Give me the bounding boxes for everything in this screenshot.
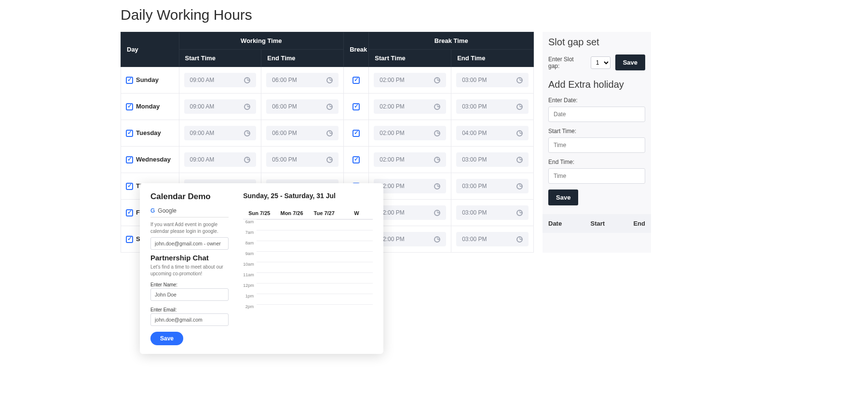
- work-end-input[interactable]: 06:00 PM: [266, 99, 339, 114]
- hour-line: [257, 230, 373, 230]
- break-checkbox[interactable]: [353, 103, 360, 110]
- clock-icon: [434, 236, 440, 243]
- time-value: 05:00 PM: [272, 156, 297, 163]
- hour-label: 7am: [243, 230, 257, 235]
- clock-icon: [434, 157, 440, 163]
- break-checkbox[interactable]: [353, 156, 360, 163]
- break-start-input[interactable]: 02:00 PM: [374, 179, 446, 193]
- time-value: 02:00 PM: [380, 77, 404, 83]
- holiday-end-label: End Time:: [548, 159, 645, 165]
- work-start-input[interactable]: 09:00 AM: [184, 99, 257, 114]
- break-end-input[interactable]: 03:00 PM: [456, 232, 529, 246]
- holiday-date-input[interactable]: [548, 107, 645, 122]
- break-end-input[interactable]: 03:00 PM: [456, 152, 529, 167]
- calendar-hour-row: 12pm: [243, 283, 373, 294]
- day-checkbox[interactable]: [126, 130, 133, 137]
- holiday-date-label: Enter Date:: [548, 97, 645, 104]
- table-row: Monday09:00 AM06:00 PM02:00 PM03:00 PM: [121, 94, 534, 120]
- break-end-input[interactable]: 03:00 PM: [456, 179, 529, 193]
- email-label: Enter Email:: [150, 307, 176, 312]
- hour-line: [257, 272, 373, 273]
- break-end-input[interactable]: 03:00 PM: [456, 73, 529, 87]
- break-start-input[interactable]: 02:00 PM: [374, 232, 446, 246]
- clock-icon: [516, 104, 523, 110]
- calendar-day-column[interactable]: Sun 7/25: [243, 207, 275, 219]
- work-start-input[interactable]: 09:00 AM: [184, 126, 257, 140]
- clock-icon: [516, 210, 523, 216]
- hour-label: 8am: [243, 241, 257, 245]
- break-start-input[interactable]: 02:00 PM: [374, 152, 446, 167]
- holiday-save-button[interactable]: Save: [548, 189, 578, 205]
- email-input[interactable]: [150, 313, 229, 326]
- holiday-end-input[interactable]: [548, 168, 645, 184]
- th-start-time-1: Start Time: [179, 50, 261, 67]
- break-end-input[interactable]: 04:00 PM: [456, 126, 529, 140]
- holiday-start-input[interactable]: [548, 137, 645, 153]
- calendar-day-column[interactable]: W: [340, 207, 373, 219]
- google-login-row[interactable]: G Google: [150, 207, 229, 217]
- owner-email-input[interactable]: [150, 237, 229, 250]
- hour-label: 11am: [243, 272, 257, 277]
- time-value: 06:00 PM: [272, 77, 297, 83]
- day-label: Wednesday: [136, 156, 171, 163]
- break-start-input[interactable]: 02:00 PM: [374, 126, 446, 140]
- calendar-hour-row: 8am: [243, 241, 373, 251]
- time-value: 02:00 PM: [380, 236, 404, 243]
- time-value: 06:00 PM: [272, 103, 297, 110]
- calendar-hour-row: 1pm: [243, 294, 373, 304]
- day-checkbox[interactable]: [126, 77, 133, 84]
- calendar-demo-popup: Calendar Demo G Google If you want Add e…: [140, 183, 383, 354]
- work-end-input[interactable]: 06:00 PM: [266, 73, 339, 87]
- th-day: Day: [121, 32, 179, 67]
- clock-icon: [326, 130, 333, 136]
- break-start-input[interactable]: 02:00 PM: [374, 73, 446, 87]
- time-value: 03:00 PM: [462, 236, 487, 243]
- table-row: Wednesday09:00 AM05:00 PM02:00 PM03:00 P…: [121, 147, 534, 173]
- day-checkbox[interactable]: [126, 183, 133, 190]
- time-value: 09:00 AM: [190, 130, 215, 136]
- calendar-range: Sunday, 25 - Saturday, 31 Jul: [243, 192, 373, 200]
- name-input[interactable]: [150, 288, 229, 301]
- break-start-input[interactable]: 02:00 PM: [374, 205, 446, 220]
- calendar-hour-row: 10am: [243, 262, 373, 272]
- break-end-input[interactable]: 03:00 PM: [456, 99, 529, 114]
- break-checkbox[interactable]: [353, 130, 360, 137]
- day-checkbox[interactable]: [126, 156, 133, 163]
- col-start: Start: [591, 220, 605, 227]
- name-label: Enter Name:: [150, 282, 177, 287]
- slot-gap-save-button[interactable]: Save: [615, 54, 645, 70]
- clock-icon: [434, 183, 440, 189]
- time-value: 09:00 AM: [190, 77, 215, 83]
- th-break-time: Break Time: [369, 32, 534, 50]
- work-end-input[interactable]: 06:00 PM: [266, 126, 339, 140]
- calendar-day-column[interactable]: Tue 7/27: [308, 207, 340, 219]
- break-checkbox[interactable]: [353, 77, 360, 84]
- time-value: 02:00 PM: [380, 130, 404, 136]
- th-start-time-2: Start Time: [369, 50, 451, 67]
- work-end-input[interactable]: 05:00 PM: [266, 152, 339, 167]
- work-start-input[interactable]: 09:00 AM: [184, 152, 257, 167]
- calendar-grid[interactable]: 6am7am8am9am10am11am12pm1pm2pm: [243, 219, 373, 315]
- time-value: 02:00 PM: [380, 209, 404, 216]
- time-value: 03:00 PM: [462, 103, 487, 110]
- clock-icon: [434, 210, 440, 216]
- calendar-day-column[interactable]: Mon 7/26: [275, 207, 308, 219]
- work-start-input[interactable]: 09:00 AM: [184, 73, 257, 87]
- day-checkbox[interactable]: [126, 209, 133, 216]
- th-working-time: Working Time: [179, 32, 344, 50]
- break-end-input[interactable]: 03:00 PM: [456, 205, 529, 220]
- extra-holiday-heading: Add Extra holiday: [548, 79, 645, 90]
- overlay-save-button[interactable]: Save: [150, 332, 183, 345]
- hour-line: [257, 294, 373, 294]
- break-start-input[interactable]: 02:00 PM: [374, 99, 446, 114]
- calendar-hour-row: 6am: [243, 219, 373, 230]
- time-value: 03:00 PM: [462, 77, 487, 83]
- day-checkbox[interactable]: [126, 236, 133, 243]
- slot-gap-select[interactable]: 1: [591, 56, 610, 69]
- time-value: 03:00 PM: [462, 209, 487, 216]
- google-hint: If you want Add event in google calendar…: [150, 221, 229, 234]
- time-value: 04:00 PM: [462, 130, 487, 136]
- clock-icon: [434, 77, 440, 83]
- time-value: 02:00 PM: [380, 156, 404, 163]
- day-checkbox[interactable]: [126, 103, 133, 110]
